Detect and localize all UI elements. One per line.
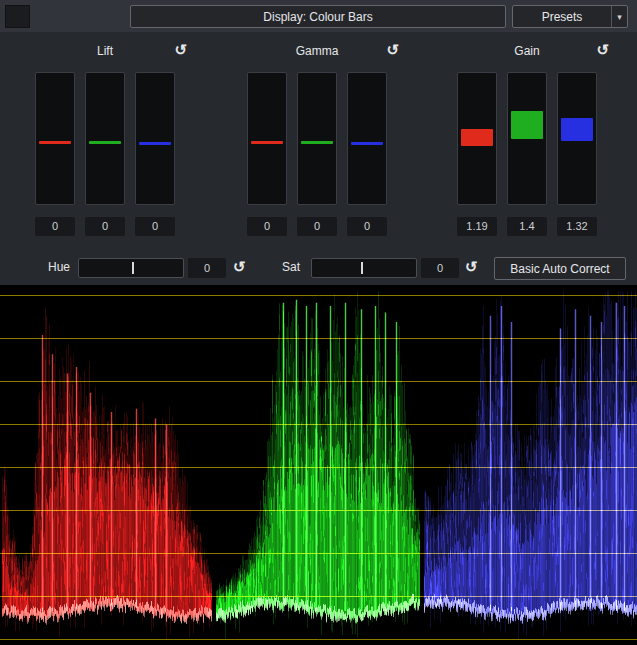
display-source-button[interactable]: Display: Colour Bars [130,5,506,28]
sat-label: Sat [282,260,300,274]
gamma-green-value[interactable]: 0 [297,217,337,236]
lift-section: Lift ↺ 0 0 0 [35,42,175,236]
gain-blue-value[interactable]: 1.32 [557,217,597,236]
hue-label: Hue [48,260,70,274]
hue-reset-icon[interactable]: ↺ [233,258,246,276]
gain-section: Gain ↺ 1.19 1.4 1.32 [457,42,597,236]
gain-red-handle[interactable] [461,129,493,146]
presets-button-label: Presets [513,10,611,24]
gain-green-handle[interactable] [511,111,543,139]
lift-section-label: Lift [97,44,113,58]
gamma-reset-icon[interactable]: ↺ [386,42,399,58]
gamma-red-slider[interactable] [247,72,287,205]
hue-slider[interactable] [78,258,184,278]
lift-red-value[interactable]: 0 [35,217,75,236]
presets-button[interactable]: Presets ▾ [512,5,628,28]
gain-green-value[interactable]: 1.4 [507,217,547,236]
rgb-parade-scope [0,285,637,645]
colour-correction-panel: Display: Colour Bars Presets ▾ Lift ↺ 0 … [0,0,637,645]
sat-reset-icon[interactable]: ↺ [465,258,478,276]
lift-blue-handle[interactable] [139,142,171,145]
hue-value[interactable]: 0 [188,258,226,278]
lift-green-slider[interactable] [85,72,125,205]
gamma-blue-handle[interactable] [351,142,383,145]
lift-green-handle[interactable] [89,141,121,144]
lift-blue-slider[interactable] [135,72,175,205]
gamma-section-label: Gamma [296,44,339,58]
lift-blue-value[interactable]: 0 [135,217,175,236]
lift-green-value[interactable]: 0 [85,217,125,236]
sat-value[interactable]: 0 [421,258,459,278]
gamma-green-slider[interactable] [297,72,337,205]
lift-red-slider[interactable] [35,72,75,205]
gain-section-label: Gain [514,44,539,58]
gain-blue-handle[interactable] [561,118,593,141]
chevron-down-icon[interactable]: ▾ [611,6,627,27]
gamma-blue-slider[interactable] [347,72,387,205]
hue-sat-row: Hue 0 ↺ Sat 0 ↺ Basic Auto Correct [0,255,637,281]
gamma-blue-value[interactable]: 0 [347,217,387,236]
gain-reset-icon[interactable]: ↺ [596,42,609,58]
gamma-red-handle[interactable] [251,141,283,144]
corner-tile [5,5,30,28]
gain-red-slider[interactable] [457,72,497,205]
gain-red-value[interactable]: 1.19 [457,217,497,236]
lift-reset-icon[interactable]: ↺ [174,42,187,58]
hue-slider-thumb[interactable] [132,262,134,274]
gamma-green-handle[interactable] [301,141,333,144]
sat-slider-thumb[interactable] [361,262,363,274]
gain-blue-slider[interactable] [557,72,597,205]
sat-slider[interactable] [311,258,417,278]
topbar: Display: Colour Bars Presets ▾ [0,0,637,32]
lift-red-handle[interactable] [39,141,71,144]
gamma-red-value[interactable]: 0 [247,217,287,236]
basic-auto-correct-button[interactable]: Basic Auto Correct [494,257,626,280]
gain-green-slider[interactable] [507,72,547,205]
gamma-section: Gamma ↺ 0 0 0 [247,42,387,236]
